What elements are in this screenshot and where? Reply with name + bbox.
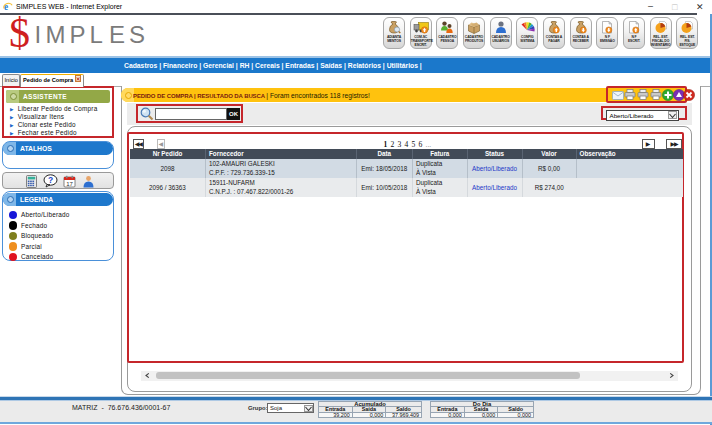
svg-text:17: 17 [66, 180, 73, 186]
svg-text:?: ? [48, 175, 53, 185]
